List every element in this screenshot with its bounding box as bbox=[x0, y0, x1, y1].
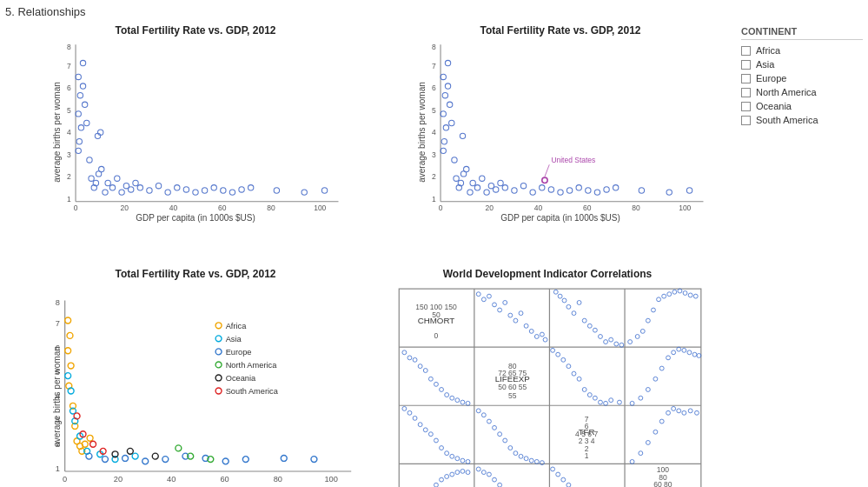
svg-point-248 bbox=[635, 335, 639, 339]
svg-point-231 bbox=[540, 332, 544, 337]
svg-point-351 bbox=[493, 477, 497, 482]
svg-point-32 bbox=[109, 185, 115, 190]
svg-point-268 bbox=[445, 393, 449, 397]
top-left-title: Total Fertility Rate vs. GDP, 2012 bbox=[35, 24, 356, 37]
svg-point-296 bbox=[692, 353, 697, 357]
svg-point-274 bbox=[556, 353, 560, 357]
svg-point-92 bbox=[484, 190, 489, 195]
svg-text:7: 7 bbox=[432, 62, 436, 70]
svg-point-290 bbox=[659, 366, 664, 370]
svg-point-135 bbox=[67, 333, 73, 339]
svg-point-47 bbox=[221, 188, 226, 193]
svg-point-281 bbox=[593, 397, 597, 401]
svg-point-165 bbox=[311, 457, 317, 463]
svg-text:50 60 55: 50 60 55 bbox=[498, 383, 527, 391]
svg-point-17 bbox=[77, 92, 83, 97]
svg-point-333 bbox=[688, 409, 692, 413]
svg-point-48 bbox=[229, 190, 235, 195]
legend-item-africa[interactable]: Africa bbox=[741, 45, 863, 56]
svg-text:100: 100 bbox=[314, 203, 326, 212]
svg-text:80: 80 bbox=[267, 203, 275, 212]
bottom-left-scatter: 1 2 3 4 5 6 7 8 0 20 40 60 80 100 bbox=[35, 284, 356, 487]
svg-point-87 bbox=[464, 166, 469, 171]
svg-point-136 bbox=[65, 348, 71, 354]
svg-point-106 bbox=[594, 190, 600, 195]
legend-item-north-america[interactable]: North America bbox=[741, 87, 863, 97]
legend-label-africa: Africa bbox=[756, 45, 780, 56]
svg-text:7: 7 bbox=[67, 62, 71, 70]
svg-text:8: 8 bbox=[67, 43, 71, 51]
svg-text:1: 1 bbox=[432, 195, 436, 203]
svg-point-253 bbox=[662, 294, 666, 298]
svg-point-108 bbox=[613, 185, 618, 190]
svg-point-295 bbox=[687, 350, 692, 355]
legend-checkbox-africa[interactable] bbox=[741, 46, 751, 56]
svg-text:60: 60 bbox=[218, 203, 227, 212]
svg-text:40: 40 bbox=[169, 203, 178, 212]
svg-point-233 bbox=[553, 290, 558, 295]
svg-point-104 bbox=[576, 185, 581, 190]
svg-point-164 bbox=[281, 456, 287, 462]
svg-point-81 bbox=[449, 120, 454, 125]
svg-point-83 bbox=[454, 176, 459, 181]
top-right-y-label: average births per woman bbox=[417, 82, 427, 183]
svg-point-325 bbox=[639, 451, 643, 456]
svg-text:60: 60 bbox=[220, 475, 229, 484]
top-right-x-label: GDP per capita (in 1000s $US) bbox=[500, 213, 620, 223]
legend-item-south-america[interactable]: South America bbox=[741, 115, 863, 125]
svg-text:Europe: Europe bbox=[226, 348, 252, 357]
svg-text:Africa: Africa bbox=[226, 322, 248, 330]
svg-point-273 bbox=[551, 349, 555, 353]
svg-text:50: 50 bbox=[432, 310, 441, 319]
svg-point-299 bbox=[407, 411, 412, 416]
svg-point-316 bbox=[503, 438, 507, 443]
svg-point-342 bbox=[440, 477, 444, 482]
svg-point-328 bbox=[659, 419, 664, 424]
svg-point-322 bbox=[534, 460, 539, 464]
svg-point-227 bbox=[519, 311, 523, 316]
legend-checkbox-europe[interactable] bbox=[741, 74, 751, 83]
legend-item-asia[interactable]: Asia bbox=[741, 59, 863, 70]
svg-point-341 bbox=[434, 484, 439, 487]
svg-point-243 bbox=[604, 340, 608, 344]
svg-point-171 bbox=[152, 453, 158, 459]
top-right-title: Total Fertility Rate vs. GDP, 2012 bbox=[400, 24, 721, 37]
svg-point-301 bbox=[418, 423, 422, 427]
legend-checkbox-north-america[interactable] bbox=[741, 88, 751, 97]
svg-point-163 bbox=[242, 457, 248, 463]
svg-text:7: 7 bbox=[56, 320, 60, 329]
legend-item-europe[interactable]: Europe bbox=[741, 73, 863, 83]
corr-area: CHMORT 150 100 150 50 0 LIFEEXP 80 72 65… bbox=[374, 284, 721, 487]
svg-point-20 bbox=[76, 139, 82, 144]
svg-line-115 bbox=[545, 164, 549, 177]
top-right-chart: Total Fertility Rate vs. GDP, 2012 avera… bbox=[365, 17, 730, 261]
svg-point-74 bbox=[441, 74, 446, 79]
svg-point-277 bbox=[572, 371, 576, 376]
svg-text:0: 0 bbox=[434, 332, 439, 341]
svg-point-88 bbox=[467, 190, 473, 195]
svg-point-112 bbox=[441, 148, 446, 153]
svg-point-114 bbox=[542, 177, 547, 183]
legend-item-oceania[interactable]: Oceania bbox=[741, 101, 863, 111]
legend-checkbox-oceania[interactable] bbox=[741, 102, 751, 111]
svg-point-77 bbox=[443, 125, 448, 130]
svg-point-33 bbox=[115, 176, 120, 181]
svg-point-25 bbox=[89, 176, 94, 181]
legend-checkbox-south-america[interactable] bbox=[741, 116, 751, 125]
svg-point-257 bbox=[683, 291, 687, 296]
svg-point-251 bbox=[652, 308, 656, 312]
legend-checkbox-asia[interactable] bbox=[741, 60, 751, 70]
svg-text:United States: United States bbox=[551, 156, 595, 164]
svg-point-303 bbox=[428, 432, 433, 437]
svg-point-315 bbox=[498, 432, 502, 437]
svg-point-307 bbox=[450, 455, 454, 459]
svg-text:55: 55 bbox=[508, 391, 517, 400]
svg-point-109 bbox=[639, 188, 644, 193]
svg-point-229 bbox=[529, 330, 533, 334]
svg-point-53 bbox=[80, 60, 85, 65]
svg-text:1: 1 bbox=[585, 451, 589, 460]
svg-point-38 bbox=[137, 185, 142, 190]
svg-text:North America: North America bbox=[226, 361, 277, 370]
svg-point-97 bbox=[512, 188, 517, 193]
svg-point-255 bbox=[673, 290, 677, 295]
